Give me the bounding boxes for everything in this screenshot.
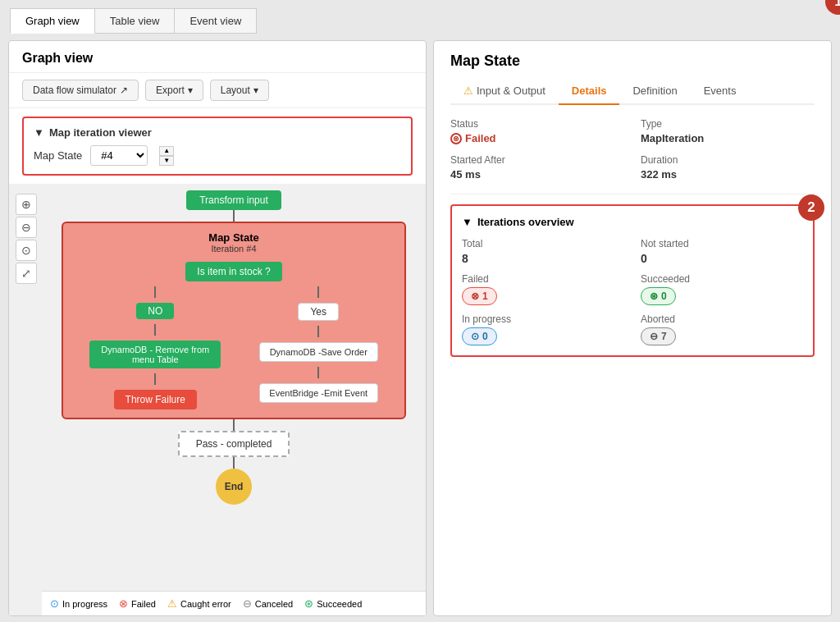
type-label: Type [641, 118, 815, 130]
tab-event-view[interactable]: Event view [175, 8, 257, 34]
aborted-badge-value: 7 [661, 331, 667, 342]
chevron-down-icon-2: ▾ [253, 85, 258, 96]
tab-table-view[interactable]: Table view [95, 8, 176, 34]
zoom-in-button[interactable]: ⊕ [16, 194, 37, 215]
layout-button[interactable]: Layout ▾ [210, 80, 269, 101]
branch-yes: Yes DynamoDB -Save Order EventBridge -Em… [259, 286, 378, 409]
node-dynamo-remove[interactable]: DynamoDB - Remove from menu Table [89, 341, 221, 368]
graph-canvas: Transform input Map State Iteration #4 I… [42, 184, 426, 591]
aborted-badge: ⊖ 7 [641, 327, 676, 345]
fit-button[interactable]: ⤢ [16, 263, 37, 284]
legend-canceled-label: Canceled [255, 599, 293, 609]
succeeded-label: Succeeded [641, 273, 803, 285]
legend-caught-error: ⚠ Caught error [167, 597, 231, 610]
legend-failed-label: Failed [131, 599, 156, 609]
tab-events[interactable]: Events [691, 78, 750, 105]
map-state-row: Map State #4 #1 #2 #3 ▲ ▼ 1 [34, 145, 401, 166]
in-progress-badge: ⊙ 0 [462, 327, 497, 345]
node-transform-input[interactable]: Transform input [186, 190, 281, 210]
succeeded-badge: ⊛ 0 [641, 287, 676, 305]
not-started-label: Not started [641, 238, 803, 249]
details-grid: Status ⊗ Failed Type MapIteration Starte… [450, 118, 815, 181]
node-pass-completed[interactable]: Pass - completed [178, 431, 290, 457]
connector-1 [233, 210, 235, 222]
iteration-viewer: ▼ Map iteration viewer Map State #4 #1 #… [22, 117, 413, 176]
duration-label: Duration [641, 154, 815, 166]
export-label: Export [156, 85, 185, 96]
layout-label: Layout [221, 85, 250, 96]
iteration-up-button[interactable]: ▲ [159, 146, 174, 156]
failed-badge-value: 1 [482, 290, 488, 302]
status-label: Status [450, 118, 624, 130]
zoom-out-button[interactable]: ⊖ [16, 217, 37, 238]
aborted-label: Aborted [641, 313, 803, 325]
graph-area: ⊕ ⊖ ⊙ ⤢ Transform input Map State Iterat… [9, 184, 426, 615]
failed-item: Failed ⊗ 1 [462, 273, 624, 305]
badge-2: 2 [798, 194, 824, 221]
started-after-label: Started After [450, 154, 624, 166]
node-throw-failure[interactable]: Throw Failure [114, 390, 197, 409]
data-flow-simulator-button[interactable]: Data flow simulator ↗ [22, 80, 139, 101]
connector-end [233, 457, 235, 469]
succeeded-badge-icon: ⊛ [650, 290, 658, 302]
duration-value: 322 ms [641, 168, 815, 181]
legend-canceled: ⊖ Canceled [243, 597, 293, 610]
map-state-label: Map State [34, 149, 82, 162]
map-state-iteration-box: Map State Iteration #4 Is item in stock … [62, 222, 406, 419]
started-after-detail: Started After 45 ms [450, 154, 624, 181]
not-started-item: Not started 0 [641, 238, 803, 265]
connector-pass [233, 419, 235, 431]
legend-succeeded-label: Succeeded [317, 599, 362, 609]
branch-yes-label: Yes [298, 303, 339, 321]
left-panel-title: Graph view [22, 51, 413, 66]
node-event-bridge[interactable]: EventBridge -Emit Event [259, 383, 378, 403]
legend-succeeded: ⊛ Succeeded [304, 597, 362, 610]
map-state-title: Map State [450, 53, 815, 70]
started-after-value: 45 ms [450, 168, 624, 181]
branch-no: NO DynamoDB - Remove from menu Table Thr… [89, 286, 221, 409]
toolbar: Data flow simulator ↗ Export ▾ Layout ▾ [9, 73, 426, 108]
tab-definition[interactable]: Definition [619, 78, 690, 105]
type-value: MapIteration [641, 132, 815, 144]
iterations-collapse-icon: ▼ [462, 216, 472, 228]
graph-legend: ⊙ In progress ⊗ Failed ⚠ Caught error ⊖ … [42, 591, 426, 615]
legend-caught-error-label: Caught error [180, 599, 231, 609]
warning-tab-icon: ⚠ [463, 85, 473, 97]
check-circle-icon: ⊛ [304, 597, 313, 610]
iteration-viewer-title: ▼ Map iteration viewer [34, 126, 401, 139]
right-tabs: ⚠ Input & Output Details Definition Even… [450, 78, 815, 105]
node-end[interactable]: End [216, 469, 252, 505]
minus-circle-icon: ⊖ [243, 597, 252, 610]
x-circle-icon: ⊗ [119, 597, 128, 610]
connector-yes2 [317, 326, 319, 337]
connector-throw [154, 373, 156, 385]
type-detail: Type MapIteration [641, 118, 815, 144]
export-button[interactable]: Export ▾ [145, 80, 203, 101]
tab-input-output[interactable]: ⚠ Input & Output [450, 78, 559, 105]
iteration-select[interactable]: #4 #1 #2 #3 [90, 145, 148, 166]
tab-graph-view[interactable]: Graph view [10, 8, 95, 34]
tab-details[interactable]: Details [559, 78, 620, 105]
iterations-grid: Total 8 Not started 0 Failed ⊗ 1 [462, 238, 803, 345]
decision-center: Is item in stock ? [75, 262, 393, 281]
main-layout: Graph view Data flow simulator ↗ Export … [0, 34, 840, 622]
duration-detail: Duration 322 ms [641, 154, 815, 181]
not-started-value: 0 [641, 252, 803, 265]
node-dynamo-save[interactable]: DynamoDB -Save Order [259, 342, 378, 362]
clock-icon: ⊙ [50, 597, 59, 610]
external-link-icon: ↗ [120, 85, 128, 96]
legend-failed: ⊗ Failed [119, 597, 156, 610]
aborted-item: Aborted ⊖ 7 [641, 313, 803, 345]
aborted-badge-icon: ⊖ [650, 331, 658, 342]
warning-icon: ⚠ [167, 597, 177, 610]
top-tab-bar: Graph view Table view Event view [0, 0, 840, 34]
branch-no-label: NO [136, 303, 174, 319]
iteration-down-button[interactable]: ▼ [159, 156, 174, 166]
node-is-item-in-stock[interactable]: Is item in stock ? [185, 262, 281, 281]
right-content: Status ⊗ Failed Type MapIteration Starte… [434, 105, 831, 615]
in-progress-item: In progress ⊙ 0 [462, 313, 624, 345]
divider [450, 194, 815, 194]
right-panel-header: Map State ⚠ Input & Output Details Defin… [434, 41, 831, 105]
center-button[interactable]: ⊙ [16, 240, 37, 261]
simulator-label: Data flow simulator [33, 85, 116, 96]
